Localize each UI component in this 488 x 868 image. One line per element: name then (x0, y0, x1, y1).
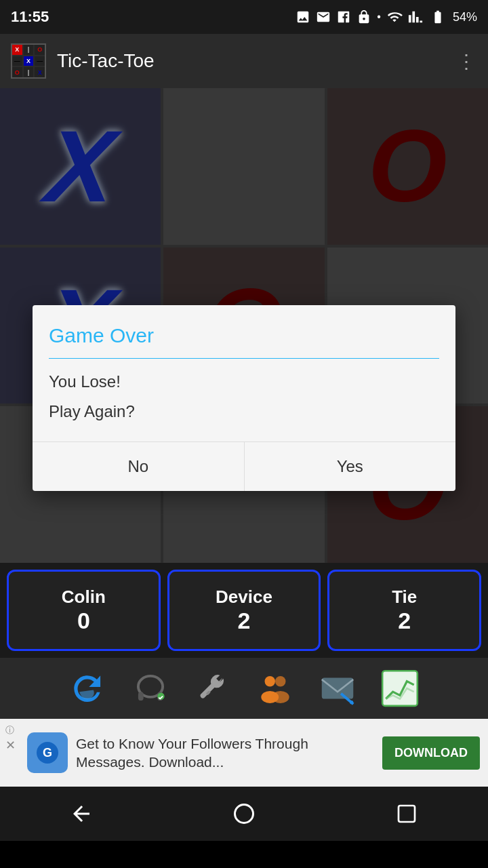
game-area: X O X O O Game Over You Lose! Play Again… (0, 88, 488, 563)
app-title: Tic-Tac-Toe (57, 50, 457, 72)
dialog-yes-button[interactable]: Yes (245, 442, 456, 491)
score-card-tie: Tie 2 (327, 570, 481, 651)
dialog-buttons: No Yes (33, 441, 455, 491)
wifi-icon (386, 9, 403, 24)
nav-back-button[interactable] (54, 797, 108, 831)
score-card-player1: Colin 0 (7, 570, 161, 651)
svg-point-15 (235, 805, 253, 823)
dialog-body: You Lose! Play Again? (33, 359, 455, 428)
ad-text: Get to Know Your Followers Through Messa… (76, 734, 374, 772)
status-time: 11:55 (11, 8, 49, 26)
ad-app-icon: G (27, 732, 68, 773)
nav-home-button[interactable] (217, 797, 271, 831)
tie-score: 2 (398, 608, 411, 634)
status-icons: • 54% (296, 9, 477, 24)
lock-icon (357, 9, 371, 24)
dialog-title: Game Over (33, 305, 455, 358)
menu-button[interactable]: ⋮ (457, 50, 477, 73)
player1-name: Colin (62, 587, 106, 608)
photo-icon (296, 9, 310, 24)
svg-point-5 (265, 676, 276, 687)
headset-icon[interactable] (129, 667, 171, 709)
svg-point-11 (350, 701, 353, 704)
game-over-dialog: Game Over You Lose! Play Again? No Yes (33, 305, 455, 491)
player2-score: 2 (238, 608, 251, 634)
status-bar: 11:55 • 54% (0, 0, 488, 34)
svg-rect-16 (399, 806, 415, 822)
svg-point-6 (275, 676, 286, 687)
icons-row (0, 658, 488, 719)
ad-close[interactable]: ✕ (5, 738, 16, 753)
player2-name: Device (216, 587, 272, 608)
app-bar: X | O — X — O | X Tic-Tac-Toe ⋮ (0, 34, 488, 88)
mail-icon[interactable] (317, 667, 359, 709)
gmail-icon (316, 9, 331, 24)
score-board: Colin 0 Device 2 Tie 2 (0, 563, 488, 658)
nav-recent-button[interactable] (380, 797, 434, 831)
dialog-message1: You Lose! (49, 372, 439, 391)
ad-info: ⓘ (5, 724, 14, 736)
dialog-no-button[interactable]: No (33, 442, 245, 491)
svg-point-8 (272, 691, 289, 703)
app-icon: X | O — X — O | X (11, 43, 46, 79)
ad-download-button[interactable]: DOWNLOAD (382, 736, 480, 770)
chart-icon[interactable] (379, 667, 421, 709)
tools-icon[interactable] (192, 667, 234, 709)
signal-icon (408, 9, 423, 24)
svg-rect-9 (322, 678, 354, 699)
facebook-icon (336, 9, 351, 24)
svg-rect-12 (382, 671, 418, 706)
battery-icon (428, 9, 447, 24)
battery-percent: 54% (453, 10, 477, 24)
svg-text:G: G (43, 746, 52, 760)
nav-bar (0, 787, 488, 841)
dialog-message2: Play Again? (49, 402, 439, 421)
player1-score: 0 (77, 608, 90, 634)
people-icon[interactable] (254, 667, 296, 709)
notification-dot: • (377, 11, 381, 23)
ad-banner: ⓘ ✕ G Get to Know Your Followers Through… (0, 719, 488, 787)
refresh-icon[interactable] (67, 667, 109, 709)
tie-name: Tie (392, 587, 417, 608)
score-card-player2: Device 2 (167, 570, 321, 651)
svg-rect-1 (138, 692, 144, 701)
